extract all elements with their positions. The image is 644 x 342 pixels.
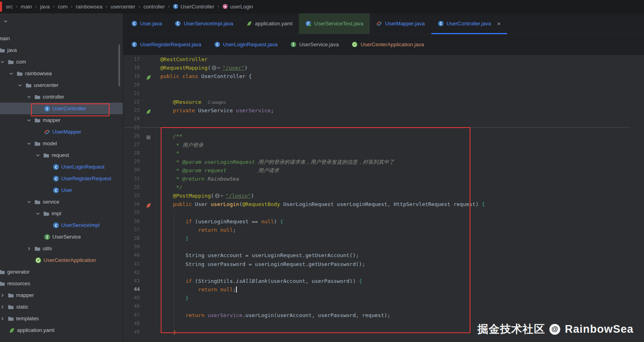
gutter-cell[interactable] (143, 107, 160, 116)
breadcrumb-item-java[interactable]: java (40, 4, 50, 10)
line-number[interactable]: 23 (123, 107, 143, 116)
gutter-cell[interactable] (143, 227, 160, 235)
gutter-cell[interactable] (143, 73, 160, 82)
tree-item-request[interactable]: request (0, 149, 123, 161)
breadcrumb-item-usercontroller[interactable]: CUserController (173, 4, 214, 10)
breadcrumb-item-userlogin[interactable]: muserLogin (222, 4, 253, 10)
tab-user-java[interactable]: CUser.java (125, 13, 168, 34)
chevron-down-icon[interactable] (0, 59, 6, 65)
chevron-right-icon[interactable] (0, 292, 6, 299)
gutter-cell[interactable] (143, 312, 160, 321)
tree-item-templates[interactable]: templates (0, 313, 123, 324)
project-pane-chevron-icon[interactable] (2, 18, 9, 25)
line-number[interactable]: 28 (123, 150, 143, 159)
tab-usercenterapplication-java[interactable]: UserCenterApplication.java (345, 34, 431, 55)
gutter-cell[interactable] (143, 133, 160, 142)
line-number[interactable]: 21 (123, 91, 143, 99)
gutter-cell[interactable] (143, 125, 160, 133)
gutter-cell[interactable] (143, 56, 160, 65)
line-number[interactable]: 30 (123, 167, 143, 175)
line-number[interactable]: 49 (123, 329, 143, 338)
gutter-cell[interactable] (143, 167, 160, 175)
line-number[interactable]: 22 (123, 99, 143, 107)
gutter-cell[interactable] (143, 184, 160, 193)
globe-mapping-icon[interactable] (211, 65, 220, 70)
line-number[interactable]: 19 (123, 73, 143, 82)
leaf-icon[interactable] (145, 109, 151, 115)
tree-item-userserviceimpl[interactable]: CUserServiceImpl (0, 219, 123, 231)
tree-item-userloginrequest[interactable]: CUserLoginRequest (0, 161, 123, 173)
leaf-icon[interactable] (145, 74, 151, 80)
line-number[interactable]: 26 (123, 133, 143, 142)
tree-item-mapper[interactable]: mapper (0, 114, 123, 126)
globe-mapping-icon[interactable] (215, 193, 224, 198)
gutter-cell[interactable] (143, 321, 160, 329)
chevron-right-icon[interactable] (0, 304, 6, 310)
tree-item-service[interactable]: service (0, 196, 123, 208)
tree-item-usermapper[interactable]: UserMapper (0, 126, 123, 138)
breadcrumb-item-src[interactable]: src (6, 4, 12, 10)
tree-item-userregisterrequest[interactable]: CUserRegisterRequest (0, 173, 123, 184)
chevron-down-icon[interactable] (26, 140, 32, 147)
tab-userserviceimpl-java[interactable]: CUserServiceImpl.java (168, 13, 240, 34)
line-number[interactable]: 43 (123, 278, 143, 286)
usages-inlay-hint[interactable]: 2 usages (208, 100, 226, 105)
tab-usermapper-java[interactable]: UserMapper.java (370, 13, 431, 34)
line-number[interactable]: 39 (123, 244, 143, 252)
gutter-cell[interactable] (143, 65, 160, 73)
line-number[interactable]: 36 (123, 218, 143, 227)
gutter-cell[interactable] (143, 159, 160, 167)
tab-userservice-java[interactable]: IUserService.java (284, 34, 345, 55)
gutter-cell[interactable] (143, 201, 160, 210)
line-number[interactable]: 41 (123, 261, 143, 270)
tab-userloginrequest-java[interactable]: CUserLoginRequest.java (208, 34, 284, 55)
gutter-cell[interactable] (143, 270, 160, 278)
chevron-down-icon[interactable] (8, 70, 14, 77)
tree-item-utils[interactable]: utils (0, 243, 123, 254)
gutter-cell[interactable] (143, 218, 160, 227)
gutter-cell[interactable] (143, 91, 160, 99)
chevron-down-icon[interactable] (26, 199, 32, 205)
gutter-cell[interactable] (143, 261, 160, 270)
gutter-cell[interactable] (143, 252, 160, 261)
gutter-cell[interactable] (143, 303, 160, 312)
line-number[interactable]: 48 (123, 321, 143, 329)
gutter-cell[interactable] (143, 244, 160, 252)
bean-icon[interactable] (145, 202, 151, 208)
tree-item-main[interactable]: main (0, 33, 123, 44)
line-number[interactable]: 32 (123, 184, 143, 193)
sidebar-scrollbar[interactable] (118, 44, 120, 87)
gutter-cell[interactable] (143, 278, 160, 286)
tree-item-java[interactable]: java (0, 44, 123, 56)
line-number[interactable]: 33 (123, 193, 143, 201)
tree-item-rainbowsea[interactable]: rainbowsea (0, 68, 123, 79)
gutter-cell[interactable] (143, 176, 160, 184)
gutter-cell[interactable] (143, 82, 160, 91)
line-number[interactable]: 18 (123, 65, 143, 73)
line-number[interactable]: 46 (123, 303, 143, 312)
line-number[interactable]: 47 (123, 312, 143, 321)
line-number[interactable]: 35 (123, 210, 143, 218)
breadcrumb-item-controller[interactable]: controller (143, 4, 165, 10)
line-number[interactable]: 24 (123, 116, 143, 124)
toc-icon[interactable] (145, 134, 151, 140)
gutter-cell[interactable] (143, 99, 160, 107)
tree-item-com[interactable]: com (0, 56, 123, 68)
gutter-cell[interactable] (143, 116, 160, 124)
tree-item-usercontroller[interactable]: CUserController (0, 103, 123, 114)
chevron-down-icon[interactable] (35, 152, 41, 159)
breadcrumb-item-main[interactable]: main (21, 4, 32, 10)
breadcrumb-item-rainbowsea[interactable]: rainbowsea (76, 4, 103, 10)
tree-item-usercenterapplication[interactable]: UserCenterApplication (0, 254, 123, 266)
line-number[interactable]: 40 (123, 252, 143, 261)
chevron-right-icon[interactable] (0, 315, 6, 322)
chevron-down-icon[interactable] (26, 117, 32, 124)
line-number[interactable]: 27 (123, 142, 143, 150)
tree-item-mapper[interactable]: mapper (0, 289, 123, 301)
line-number[interactable]: 20 (123, 82, 143, 91)
line-number[interactable]: 29 (123, 159, 143, 167)
tree-item-userservice[interactable]: IUserService (0, 231, 123, 243)
tab-userservicetest-java[interactable]: CUserServiceTest.java (299, 13, 370, 34)
gutter-cell[interactable] (143, 235, 160, 244)
tab-usercontroller-java[interactable]: CUserController.java× (431, 13, 507, 34)
